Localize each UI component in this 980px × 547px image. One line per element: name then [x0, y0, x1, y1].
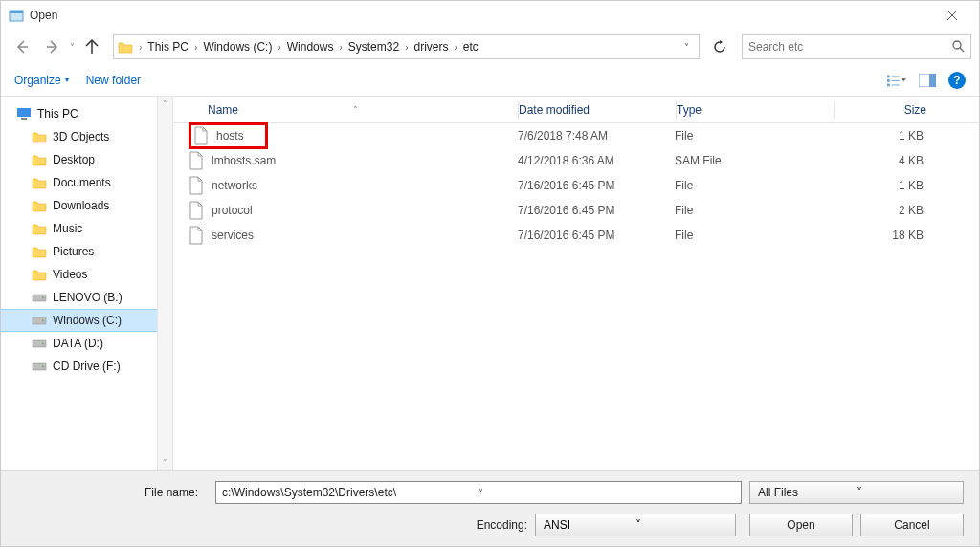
scroll-down-icon[interactable]: ˅ — [163, 455, 167, 470]
breadcrumb[interactable]: This PC — [144, 35, 192, 58]
search-input[interactable] — [748, 40, 951, 54]
file-filter-combobox[interactable]: All Files ˅ — [749, 481, 964, 504]
tree-label: Music — [53, 222, 82, 235]
column-label: Name — [208, 103, 238, 117]
svg-rect-6 — [892, 76, 900, 77]
column-name[interactable]: Name ˄ — [173, 103, 518, 117]
svg-point-14 — [42, 297, 44, 299]
file-type: SAM File — [675, 154, 832, 167]
folder-icon — [32, 199, 47, 212]
tree-label: Pictures — [53, 245, 94, 258]
close-button[interactable] — [933, 1, 971, 30]
tree-scrollbar[interactable]: ˄ ˅ — [157, 97, 172, 470]
file-date: 4/12/2018 6:36 AM — [518, 154, 675, 167]
file-type: File — [675, 179, 832, 192]
tree-item[interactable]: LENOVO (B:) — [1, 286, 172, 309]
file-row[interactable]: protocol7/16/2016 6:45 PMFile2 KB — [173, 198, 979, 223]
file-row[interactable]: networks7/16/2016 6:45 PMFile1 KB — [173, 173, 979, 198]
arrow-left-icon — [14, 39, 30, 55]
filename-combobox[interactable]: c:\Windows\System32\Drivers\etc\ ˅ — [215, 481, 742, 504]
up-button[interactable] — [78, 33, 105, 60]
arrow-right-icon — [45, 39, 60, 55]
tree-label: This PC — [37, 107, 78, 120]
file-row[interactable]: hosts7/6/2018 7:48 AMFile1 KB — [173, 123, 979, 148]
folder-icon — [32, 222, 47, 235]
file-icon — [189, 176, 204, 195]
address-dropdown[interactable]: ˅ — [679, 42, 695, 53]
file-date: 7/16/2016 6:45 PM — [518, 179, 675, 192]
folder-icon — [32, 130, 47, 143]
tree-item[interactable]: CD Drive (F:) — [1, 355, 172, 378]
address-bar[interactable]: › This PC › Windows (C:) › Windows › Sys… — [113, 34, 700, 59]
open-button[interactable]: Open — [749, 514, 853, 536]
svg-rect-10 — [929, 74, 936, 87]
tree-label: Downloads — [53, 199, 109, 212]
tree-item[interactable]: Windows (C:) — [1, 309, 172, 332]
file-row[interactable]: services7/16/2016 6:45 PMFile18 KB — [173, 223, 979, 248]
tree-root-this-pc[interactable]: This PC — [1, 102, 172, 125]
tree-label: LENOVO (B:) — [53, 291, 122, 304]
file-row[interactable]: lmhosts.sam4/12/2018 6:36 AMSAM File4 KB — [173, 148, 979, 173]
svg-point-16 — [42, 320, 44, 322]
tree-item[interactable]: Videos — [1, 263, 172, 286]
folder-icon — [32, 245, 47, 258]
filename-label: File name: — [16, 486, 208, 499]
breadcrumb[interactable]: drivers — [410, 35, 452, 58]
tree-item[interactable]: DATA (D:) — [1, 332, 172, 355]
chevron-right-icon: › — [137, 42, 144, 53]
preview-pane-button[interactable] — [918, 71, 937, 90]
organize-menu[interactable]: Organize ▾ — [14, 74, 69, 87]
chevron-down-icon: ˅ — [635, 518, 727, 532]
file-size: 1 KB — [832, 129, 941, 142]
breadcrumb[interactable]: etc — [459, 35, 482, 58]
cancel-button[interactable]: Cancel — [860, 514, 964, 536]
navigation-tree: This PC 3D ObjectsDesktopDocumentsDownlo… — [1, 97, 173, 470]
chevron-right-icon: › — [192, 42, 199, 53]
file-size: 1 KB — [832, 179, 941, 192]
chevron-down-icon[interactable]: ˅ — [479, 488, 735, 498]
file-list: Name ˄ Date modified Type Size hosts7/6/… — [173, 97, 979, 470]
tree-item[interactable]: Documents — [1, 171, 172, 194]
svg-point-18 — [42, 343, 44, 345]
refresh-button[interactable] — [707, 34, 732, 59]
file-name: services — [212, 229, 254, 242]
column-date[interactable]: Date modified — [519, 103, 676, 117]
svg-rect-11 — [17, 108, 31, 117]
back-button[interactable] — [9, 33, 35, 60]
tree-item[interactable]: Downloads — [1, 194, 172, 217]
breadcrumb[interactable]: Windows — [283, 35, 338, 58]
search-box[interactable] — [742, 34, 971, 59]
svg-point-20 — [42, 366, 44, 368]
svg-point-2 — [953, 41, 961, 49]
breadcrumb[interactable]: Windows (C:) — [199, 35, 276, 58]
tree-item[interactable]: 3D Objects — [1, 125, 172, 148]
file-size: 2 KB — [832, 204, 941, 217]
sort-asc-icon: ˄ — [353, 105, 358, 115]
forward-button[interactable] — [39, 33, 66, 60]
tree-label: DATA (D:) — [53, 337, 103, 350]
tree-item[interactable]: Desktop — [1, 148, 172, 171]
drive-icon — [32, 337, 47, 350]
history-dropdown[interactable]: ˅ — [70, 42, 75, 53]
chevron-down-icon: ˅ — [857, 486, 955, 499]
encoding-combobox[interactable]: ANSI ˅ — [535, 514, 736, 536]
column-size[interactable]: Size — [835, 103, 944, 117]
new-folder-button[interactable]: New folder — [86, 74, 141, 87]
close-icon — [947, 10, 958, 21]
tree-item[interactable]: Music — [1, 217, 172, 240]
open-dialog: Open ˅ › This PC › Windows (C:) › Window… — [0, 0, 980, 547]
svg-rect-5 — [887, 83, 890, 86]
scroll-up-icon[interactable]: ˄ — [163, 97, 167, 112]
navbar: ˅ › This PC › Windows (C:) › Windows › S… — [1, 30, 979, 64]
help-button[interactable]: ? — [948, 72, 966, 89]
body: This PC 3D ObjectsDesktopDocumentsDownlo… — [1, 97, 979, 470]
breadcrumb[interactable]: System32 — [345, 35, 403, 58]
file-date: 7/16/2016 6:45 PM — [518, 229, 675, 242]
file-date: 7/16/2016 6:45 PM — [518, 204, 675, 217]
tree-item[interactable]: Pictures — [1, 240, 172, 263]
svg-rect-1 — [10, 11, 23, 13]
view-menu-button[interactable] — [887, 71, 906, 90]
file-name: protocol — [212, 204, 253, 217]
column-type[interactable]: Type — [677, 103, 834, 117]
file-list-header[interactable]: Name ˄ Date modified Type Size — [173, 97, 979, 123]
